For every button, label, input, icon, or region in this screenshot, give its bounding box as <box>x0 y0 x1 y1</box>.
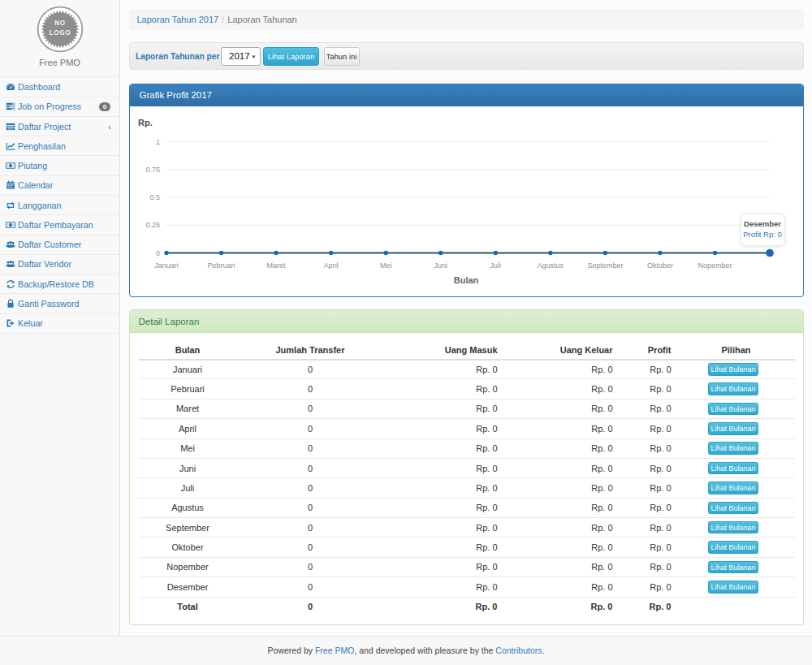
svg-text:0.25: 0.25 <box>145 221 160 229</box>
svg-text:1: 1 <box>155 137 159 145</box>
svg-text:Bulan: Bulan <box>453 274 478 284</box>
svg-text:Oktober: Oktober <box>646 261 672 269</box>
svg-text:Agustus: Agustus <box>537 261 564 269</box>
svg-text:Rp.: Rp. <box>138 117 153 127</box>
svg-text:NO: NO <box>54 19 66 27</box>
svg-text:LOGO: LOGO <box>49 29 71 37</box>
svg-text:Juli: Juli <box>490 261 501 269</box>
svg-text:0.5: 0.5 <box>149 193 160 201</box>
svg-text:Januari: Januari <box>154 261 179 269</box>
svg-text:0.75: 0.75 <box>145 165 160 173</box>
svg-text:Mei: Mei <box>379 261 391 269</box>
svg-text:Pebruari: Pebruari <box>207 261 235 269</box>
svg-text:0: 0 <box>155 248 159 257</box>
svg-text:September: September <box>587 261 623 269</box>
svg-text:April: April <box>323 261 338 269</box>
svg-text:Maret: Maret <box>266 261 286 269</box>
svg-text:Nopember: Nopember <box>698 261 732 269</box>
svg-text:Juni: Juni <box>434 261 447 269</box>
